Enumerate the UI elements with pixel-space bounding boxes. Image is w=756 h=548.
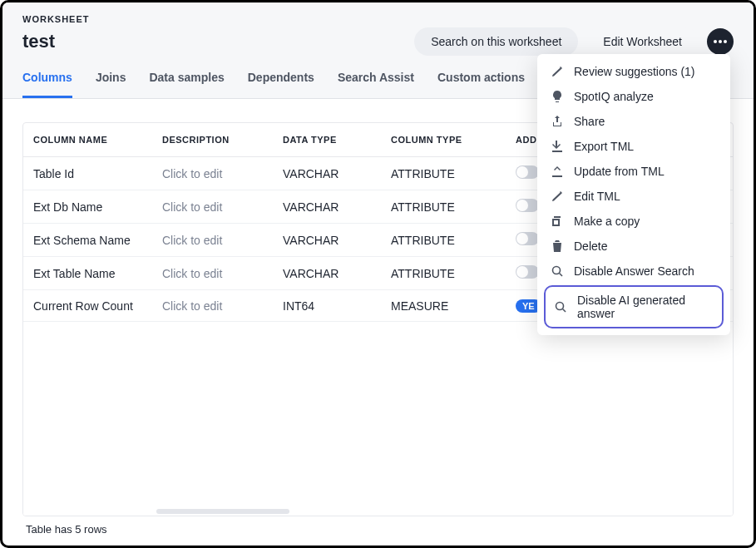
title-actions: Search on this worksheet Edit Worksheet: [414, 27, 734, 56]
trash-icon: [551, 239, 564, 253]
menu-item-label: SpotIQ analyze: [574, 90, 654, 103]
menu-item-label: Update from TML: [574, 165, 665, 178]
cell-description[interactable]: Click to edit: [152, 190, 273, 224]
menu-item-label: Review suggestions (1): [574, 65, 695, 78]
tab-search-assist[interactable]: Search Assist: [338, 71, 414, 98]
menu-item-disable-ai-generated-answer[interactable]: Disable AI generated answer: [544, 285, 724, 328]
cell-column-type[interactable]: ATTRIBUTE: [381, 157, 506, 190]
cell-column-type[interactable]: ATTRIBUTE: [381, 224, 506, 257]
more-horizontal-icon: [714, 40, 727, 43]
cell-data-type[interactable]: VARCHAR: [273, 224, 381, 257]
share-icon: [551, 115, 564, 128]
cell-column-name[interactable]: Current Row Count: [23, 290, 152, 322]
more-actions-menu: Review suggestions (1)SpotIQ analyzeShar…: [537, 54, 730, 335]
cell-column-name[interactable]: Ext Table Name: [23, 257, 152, 290]
menu-item-export-tml[interactable]: Export TML: [537, 134, 730, 159]
search-worksheet-button[interactable]: Search on this worksheet: [414, 27, 578, 56]
download-icon: [551, 140, 564, 153]
search-off-icon: [551, 264, 564, 278]
menu-item-disable-answer-search[interactable]: Disable Answer Search: [537, 259, 730, 284]
row-count-footer: Table has 5 rows: [22, 516, 734, 539]
menu-item-label: Delete: [574, 239, 607, 253]
menu-item-update-from-tml[interactable]: Update from TML: [537, 159, 730, 184]
toggle-additive[interactable]: [516, 232, 539, 245]
svg-line-6: [563, 309, 566, 313]
horizontal-scrollbar[interactable]: [23, 507, 733, 516]
svg-point-3: [553, 267, 561, 274]
cell-description[interactable]: Click to edit: [152, 157, 273, 190]
svg-line-4: [560, 274, 563, 277]
cell-column-type[interactable]: ATTRIBUTE: [381, 257, 506, 290]
cell-column-name[interactable]: Ext Db Name: [23, 190, 152, 224]
cell-description[interactable]: Click to edit: [152, 224, 273, 257]
cell-column-type[interactable]: ATTRIBUTE: [381, 190, 506, 224]
copy-icon: [551, 215, 564, 228]
table-empty-space: [23, 322, 733, 507]
pencil-icon: [551, 190, 564, 203]
cell-column-type[interactable]: MEASURE: [381, 290, 506, 322]
menu-item-share[interactable]: Share: [537, 109, 730, 134]
pencil-icon: [551, 65, 564, 78]
cell-data-type[interactable]: VARCHAR: [273, 257, 381, 290]
cell-data-type[interactable]: VARCHAR: [273, 190, 381, 224]
menu-item-make-a-copy[interactable]: Make a copy: [537, 209, 730, 234]
menu-item-edit-tml[interactable]: Edit TML: [537, 184, 730, 209]
th-column-name[interactable]: COLUMN NAME: [23, 123, 152, 157]
svg-point-0: [714, 40, 717, 43]
tab-dependents[interactable]: Dependents: [248, 71, 314, 98]
more-menu-button[interactable]: [707, 28, 734, 55]
cell-column-name[interactable]: Ext Schema Name: [23, 224, 152, 257]
title-row: test Search on this worksheet Edit Works…: [22, 27, 734, 56]
tab-custom-actions[interactable]: Custom actions: [437, 71, 525, 98]
tab-data-samples[interactable]: Data samples: [149, 71, 224, 98]
menu-item-label: Disable AI generated answer: [577, 294, 714, 320]
cell-description[interactable]: Click to edit: [152, 257, 273, 290]
svg-point-5: [556, 303, 564, 310]
cell-column-name[interactable]: Table Id: [23, 157, 152, 190]
th-data-type[interactable]: DATA TYPE: [273, 123, 381, 157]
breadcrumb: WORKSHEET: [22, 14, 734, 24]
toggle-additive[interactable]: [516, 265, 539, 279]
app-window: WORKSHEET test Search on this worksheet …: [0, 0, 756, 548]
menu-item-delete[interactable]: Delete: [537, 234, 730, 259]
menu-item-label: Edit TML: [574, 190, 620, 203]
menu-item-spotiq-analyze[interactable]: SpotIQ analyze: [537, 84, 730, 109]
bulb-icon: [551, 90, 564, 103]
menu-item-review-suggestions-1[interactable]: Review suggestions (1): [537, 59, 730, 84]
th-description[interactable]: DESCRIPTION: [152, 123, 273, 157]
search-off-icon: [554, 300, 567, 313]
cell-data-type[interactable]: INT64: [273, 290, 381, 322]
cell-description[interactable]: Click to edit: [152, 290, 273, 322]
toggle-additive[interactable]: [516, 165, 539, 179]
tab-columns[interactable]: Columns: [22, 71, 72, 98]
th-column-type[interactable]: COLUMN TYPE: [381, 123, 506, 157]
menu-item-label: Share: [574, 115, 605, 128]
edit-worksheet-button[interactable]: Edit Worksheet: [586, 27, 699, 56]
page-title: test: [22, 31, 55, 52]
menu-item-label: Disable Answer Search: [574, 264, 694, 278]
toggle-additive[interactable]: [516, 199, 539, 212]
upload-icon: [551, 165, 564, 178]
menu-item-label: Export TML: [574, 140, 634, 153]
svg-point-2: [724, 40, 727, 43]
cell-data-type[interactable]: VARCHAR: [273, 157, 381, 190]
tab-joins[interactable]: Joins: [96, 71, 126, 98]
menu-item-label: Make a copy: [574, 215, 640, 228]
svg-point-1: [719, 40, 722, 43]
